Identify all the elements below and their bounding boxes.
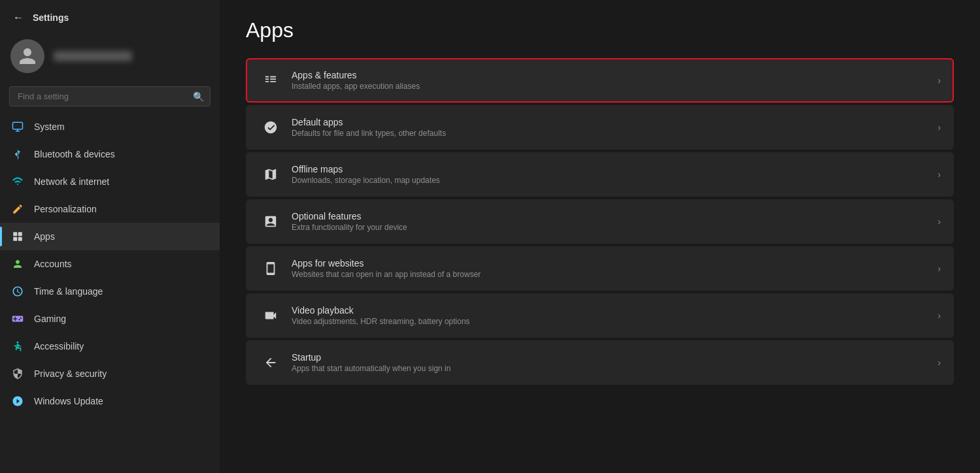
apps-websites-item[interactable]: Apps for websites Websites that can open… xyxy=(246,246,954,291)
apps-features-text: Apps & features Installed apps, app exec… xyxy=(292,70,932,91)
search-input[interactable] xyxy=(9,86,211,106)
apps-websites-chevron: › xyxy=(938,263,941,274)
sidebar-item-apps[interactable]: Apps xyxy=(0,223,220,250)
optional-features-title: Optional features xyxy=(292,211,932,221)
sidebar-item-time[interactable]: Time & language xyxy=(0,278,220,305)
sidebar-item-privacy[interactable]: Privacy & security xyxy=(0,360,220,387)
svg-rect-4 xyxy=(18,232,22,236)
sidebar-item-accessibility[interactable]: Accessibility xyxy=(0,333,220,360)
optional-features-icon xyxy=(259,210,282,233)
privacy-label: Privacy & security xyxy=(34,368,107,379)
startup-text: Startup Apps that start automatically wh… xyxy=(292,352,932,373)
back-button[interactable]: ← xyxy=(10,9,26,26)
offline-maps-title: Offline maps xyxy=(292,164,932,174)
optional-features-desc: Extra functionality for your device xyxy=(292,223,932,232)
video-playback-icon xyxy=(259,304,282,327)
bluetooth-label: Bluetooth & devices xyxy=(34,149,115,159)
sidebar-item-bluetooth[interactable]: Bluetooth & devices xyxy=(0,140,220,168)
svg-rect-0 xyxy=(13,122,23,129)
search-wrapper: 🔍 xyxy=(9,86,211,106)
apps-features-title: Apps & features xyxy=(292,70,932,80)
settings-title: Settings xyxy=(33,12,69,23)
default-apps-item[interactable]: Default apps Defaults for file and link … xyxy=(246,105,954,150)
default-apps-desc: Defaults for file and link types, other … xyxy=(292,129,932,138)
apps-icon xyxy=(10,229,25,244)
svg-point-7 xyxy=(17,342,19,344)
svg-rect-10 xyxy=(265,81,269,82)
apps-websites-icon xyxy=(259,257,282,280)
gaming-label: Gaming xyxy=(34,314,66,324)
gaming-icon xyxy=(10,312,25,326)
svg-rect-5 xyxy=(13,237,17,241)
svg-rect-11 xyxy=(270,76,276,78)
video-playback-chevron: › xyxy=(938,310,941,321)
offline-maps-text: Offline maps Downloads, storage location… xyxy=(292,164,932,185)
settings-list: Apps & features Installed apps, app exec… xyxy=(246,58,954,385)
offline-maps-item[interactable]: Offline maps Downloads, storage location… xyxy=(246,152,954,197)
startup-item[interactable]: Startup Apps that start automatically wh… xyxy=(246,340,954,385)
time-icon xyxy=(10,284,25,299)
search-container: 🔍 xyxy=(0,82,220,113)
svg-rect-13 xyxy=(270,81,276,82)
default-apps-text: Default apps Defaults for file and link … xyxy=(292,117,932,138)
optional-features-text: Optional features Extra functionality fo… xyxy=(292,211,932,232)
system-label: System xyxy=(34,122,65,132)
svg-rect-12 xyxy=(270,78,276,80)
sidebar-item-network[interactable]: Network & internet xyxy=(0,168,220,195)
startup-desc: Apps that start automatically when you s… xyxy=(292,364,932,373)
network-label: Network & internet xyxy=(34,176,109,187)
sidebar-item-system[interactable]: System xyxy=(0,113,220,140)
apps-features-desc: Installed apps, app execution aliases xyxy=(292,82,932,91)
svg-rect-8 xyxy=(265,76,269,78)
default-apps-title: Default apps xyxy=(292,117,932,127)
apps-features-item[interactable]: Apps & features Installed apps, app exec… xyxy=(246,58,954,103)
svg-rect-9 xyxy=(265,78,269,80)
apps-websites-title: Apps for websites xyxy=(292,258,932,269)
startup-title: Startup xyxy=(292,352,932,363)
bluetooth-icon xyxy=(10,147,25,161)
video-playback-title: Video playback xyxy=(292,305,932,316)
sidebar-item-windows-update[interactable]: Windows Update xyxy=(0,387,220,415)
apps-features-chevron: › xyxy=(938,75,941,86)
svg-rect-3 xyxy=(13,232,17,236)
time-label: Time & language xyxy=(34,286,103,297)
sidebar-item-personalization[interactable]: Personalization xyxy=(0,195,220,223)
video-playback-text: Video playback Video adjustments, HDR st… xyxy=(292,305,932,326)
video-playback-item[interactable]: Video playback Video adjustments, HDR st… xyxy=(246,293,954,338)
apps-websites-desc: Websites that can open in an app instead… xyxy=(292,270,932,279)
offline-maps-chevron: › xyxy=(938,169,941,180)
privacy-icon xyxy=(10,367,25,381)
sidebar-item-gaming[interactable]: Gaming xyxy=(0,305,220,333)
windows-update-icon xyxy=(10,394,25,408)
default-apps-icon xyxy=(259,116,282,139)
offline-maps-desc: Downloads, storage location, map updates xyxy=(292,176,932,185)
accounts-label: Accounts xyxy=(34,259,72,269)
svg-rect-6 xyxy=(18,237,22,241)
apps-websites-text: Apps for websites Websites that can open… xyxy=(292,258,932,279)
network-icon xyxy=(10,174,25,189)
sidebar-item-accounts[interactable]: Accounts xyxy=(0,250,220,278)
personalization-label: Personalization xyxy=(34,204,97,214)
main-content: Apps Apps & features Installed apps, app… xyxy=(220,0,980,473)
windows-update-label: Windows Update xyxy=(34,396,103,406)
sidebar-header: ← Settings xyxy=(0,0,220,33)
default-apps-chevron: › xyxy=(938,122,941,133)
username-display xyxy=(54,51,132,61)
system-icon xyxy=(10,120,25,134)
accessibility-icon xyxy=(10,339,25,353)
startup-chevron: › xyxy=(938,357,941,368)
accounts-icon xyxy=(10,257,25,271)
optional-features-chevron: › xyxy=(938,216,941,227)
apps-features-icon xyxy=(259,69,282,92)
avatar xyxy=(10,39,44,73)
accessibility-label: Accessibility xyxy=(34,341,84,351)
startup-icon xyxy=(259,351,282,374)
user-profile xyxy=(0,33,220,82)
optional-features-item[interactable]: Optional features Extra functionality fo… xyxy=(246,199,954,244)
page-title: Apps xyxy=(246,18,954,42)
video-playback-desc: Video adjustments, HDR streaming, batter… xyxy=(292,317,932,326)
offline-maps-icon xyxy=(259,163,282,186)
apps-label: Apps xyxy=(34,231,55,242)
sidebar: ← Settings 🔍 System Bluetooth & devices xyxy=(0,0,220,473)
personalization-icon xyxy=(10,202,25,216)
